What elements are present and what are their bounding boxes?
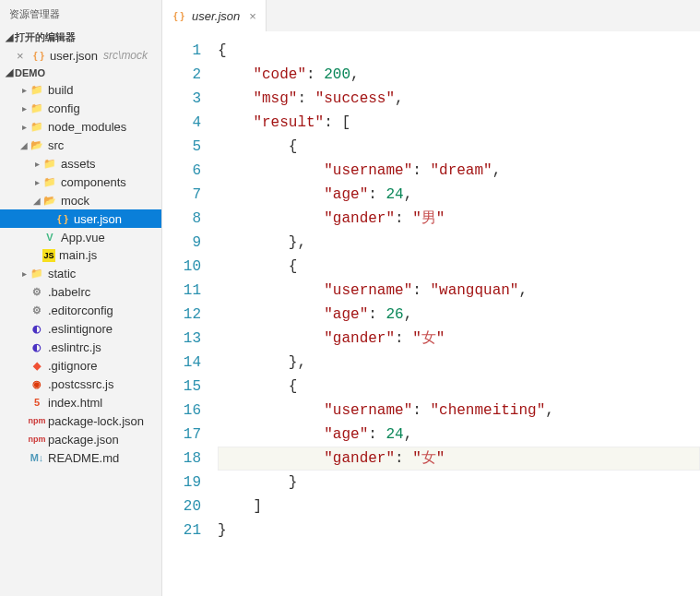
line-number: 12 [162,303,201,327]
close-icon[interactable]: × [249,9,256,23]
eslint-icon: ◐ [30,321,44,336]
code-editor[interactable]: 123456789101112131415161718192021 { "cod… [162,31,700,596]
file-app-vue[interactable]: VApp.vue [0,228,161,246]
tree-item-label: mock [61,194,89,208]
code-line[interactable]: ] [218,495,700,519]
line-number: 3 [162,87,201,111]
code-line[interactable]: { [218,375,700,399]
line-number: 20 [162,495,201,519]
code-line[interactable]: "age": 26, [218,303,700,327]
folder-static[interactable]: ▸📁static [0,264,161,282]
folder-mock[interactable]: ◢📂mock [0,191,161,209]
folder-green-icon: 📁 [30,101,44,115]
open-editors-header[interactable]: ◢ 打开的编辑器 [0,29,161,46]
tree-item-label: index.html [48,396,102,410]
file-package-json[interactable]: npmpackage.json [0,430,161,448]
file--babelrc[interactable]: ⚙.babelrc [0,282,161,301]
line-number: 18 [162,447,201,471]
code-line[interactable]: }, [218,351,700,375]
folder-node-modules[interactable]: ▸📁node_modules [0,117,161,136]
open-editor-item[interactable]: × { } user.json src\mock [0,46,161,65]
file-readme-md[interactable]: M↓README.md [0,448,161,467]
js-icon: JS [42,249,55,262]
chevron-down-icon: ◢ [4,66,15,78]
file--editorconfig[interactable]: ⚙.editorconfig [0,301,161,319]
line-number: 15 [162,375,201,399]
tab-user-json[interactable]: { } user.json × [162,0,267,31]
chevron-right-icon[interactable]: ▸ [18,268,30,279]
code-line[interactable]: "msg": "success", [218,87,700,111]
tree-item-label: .eslintignore [48,322,113,336]
line-number: 7 [162,183,201,207]
editor-area: { } user.json × 123456789101112131415161… [162,0,700,596]
code-line[interactable]: "gander": "男" [218,207,700,231]
code-line[interactable]: }, [218,231,700,255]
chevron-down-icon: ◢ [4,31,15,43]
json-icon: { } [172,8,186,23]
sidebar: 资源管理器 ◢ 打开的编辑器 × { } user.json src\mock … [0,0,162,596]
folder-assets[interactable]: ▸📁assets [0,154,161,173]
code-line[interactable]: "username": "wangquan", [218,279,700,303]
line-gutter: 123456789101112131415161718192021 [162,31,218,596]
file-index-html[interactable]: 5index.html [0,393,161,411]
chevron-right-icon[interactable]: ▸ [18,85,30,95]
code-line[interactable]: "gander": "女" [218,447,700,471]
code-line[interactable]: { [218,135,700,159]
line-number: 8 [162,207,201,231]
config-icon: ⚙ [30,284,44,299]
folder-green-icon: 📁 [30,119,44,134]
file-package-lock-json[interactable]: npmpackage-lock.json [0,411,161,430]
code-line[interactable]: } [218,471,700,495]
file--gitignore[interactable]: ◆.gitignore [0,356,161,375]
tab-label: user.json [192,9,240,23]
file--eslintignore[interactable]: ◐.eslintignore [0,319,161,338]
line-number: 14 [162,351,201,375]
file--eslintrc-js[interactable]: ◐.eslintrc.js [0,338,161,356]
tree-item-label: components [61,175,126,189]
folder-src[interactable]: ◢📂src [0,136,161,154]
tree-item-label: App.vue [61,231,105,244]
chevron-down-icon[interactable]: ◢ [31,196,42,206]
code-line[interactable]: "result": [ [218,111,700,135]
config-icon: ⚙ [30,303,44,317]
chevron-right-icon[interactable]: ▸ [18,122,30,132]
code-line[interactable]: "code": 200, [218,63,700,87]
file--postcssrc-js[interactable]: ◉.postcssrc.js [0,375,161,393]
line-number: 5 [162,135,201,159]
tree-item-label: main.js [59,248,97,262]
file-user-json[interactable]: { }user.json [0,209,161,228]
open-editor-path: src\mock [103,49,148,62]
code-line[interactable]: "username": "dream", [218,159,700,183]
code-line[interactable]: "gander": "女" [218,327,700,351]
chevron-down-icon[interactable]: ◢ [18,140,30,150]
code-line[interactable]: "age": 24, [218,423,700,447]
file-tree: ▸📁build▸📁config▸📁node_modules◢📂src▸📁asse… [0,80,161,467]
folder-config[interactable]: ▸📁config [0,99,161,117]
postcss-icon: ◉ [30,376,44,391]
project-header[interactable]: ◢ DEMO [0,65,161,80]
code-line[interactable]: } [218,519,700,542]
folder-icon: 📁 [42,174,57,189]
close-icon[interactable]: × [17,49,28,63]
line-number: 16 [162,399,201,423]
open-editor-name: user.json [50,49,98,63]
folder-components[interactable]: ▸📁components [0,173,161,191]
line-number: 11 [162,279,201,303]
eslint-icon: ◐ [30,340,44,354]
code-line[interactable]: "username": "chenmeiting", [218,399,700,423]
json-icon: { } [31,48,46,63]
tree-item-label: src [48,138,64,152]
chevron-right-icon[interactable]: ▸ [31,159,42,169]
code-line[interactable]: "age": 24, [218,183,700,207]
code-content[interactable]: { "code": 200, "msg": "success", "result… [218,31,700,596]
line-number: 2 [162,63,201,87]
code-line[interactable]: { [218,39,700,63]
folder-red-icon: 📁 [42,156,57,171]
chevron-right-icon[interactable]: ▸ [18,103,30,113]
file-main-js[interactable]: JSmain.js [0,246,161,264]
open-editors-label: 打开的编辑器 [15,30,76,44]
code-line[interactable]: { [218,255,700,279]
folder-build[interactable]: ▸📁build [0,80,161,99]
line-number: 13 [162,327,201,351]
chevron-right-icon[interactable]: ▸ [31,177,42,187]
